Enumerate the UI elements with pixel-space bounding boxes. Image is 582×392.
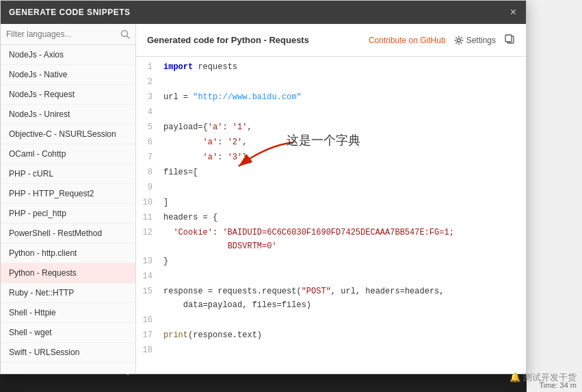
search-input[interactable] xyxy=(6,29,116,39)
string-url: "http://www.baidu.com" xyxy=(193,92,301,102)
line-num-10: 10 xyxy=(136,196,163,209)
code-line-7: 7 'a': '3'} xyxy=(136,150,526,165)
sidebar-item-powershell[interactable]: PowerShell - RestMethod xyxy=(1,224,135,244)
sidebar-item-php-pecl[interactable]: PHP - pecl_http xyxy=(1,204,135,224)
line-num-3: 3 xyxy=(136,90,163,104)
line-num-5: 5 xyxy=(136,120,163,134)
line-content-8: files=[ xyxy=(163,166,526,179)
modal-close-button[interactable]: × xyxy=(509,7,518,18)
code-panel-actions: Contribute on GitHub Settings xyxy=(369,34,515,47)
line-num-18: 18 xyxy=(136,343,163,357)
line-content-11: headers = { xyxy=(163,211,526,224)
line-content-5: payload={'a': '1', xyxy=(163,120,526,134)
line-content-3: url = "http://www.baidu.com" xyxy=(163,90,526,104)
code-line-12: 12 'Cookie': 'BAIDUID=6C6C6030F1690FD742… xyxy=(136,225,526,254)
line-num-7: 7 xyxy=(136,151,163,164)
sidebar-item-php-httprequest2[interactable]: PHP - HTTP_Request2 xyxy=(1,184,135,204)
svg-rect-4 xyxy=(505,35,512,42)
svg-point-2 xyxy=(457,38,460,42)
sidebar-item-objc[interactable]: Objective-C - NSURLSession xyxy=(1,125,135,144)
code-line-16: 16 xyxy=(136,313,526,328)
line-num-16: 16 xyxy=(136,313,163,327)
line-num-13: 13 xyxy=(136,254,163,268)
sidebar-item-nodejs-axios[interactable]: NodeJs - Axios xyxy=(1,45,135,65)
settings-label: Settings xyxy=(466,36,496,45)
keyword-import: import xyxy=(163,62,193,72)
code-line-6: 6 'a': '2', xyxy=(136,135,526,150)
str-a3-key: 'a' xyxy=(203,153,218,162)
code-line-18: 18 xyxy=(136,343,526,358)
sidebar-item-php-curl[interactable]: PHP - cURL xyxy=(1,164,135,184)
language-list: NodeJs - Axios NodeJs - Native NodeJs - … xyxy=(1,45,135,374)
line-num-11: 11 xyxy=(136,211,163,224)
right-strip: Time: 34 m xyxy=(527,0,582,392)
sidebar-item-nodejs-unirest[interactable]: NodeJs - Unirest xyxy=(1,105,135,125)
sidebar-item-python-requests[interactable]: Python - Requests xyxy=(1,263,135,283)
line-num-12: 12 xyxy=(136,226,163,239)
line-content-10: ] xyxy=(163,196,526,209)
watermark: 🔔 测试开发干货 xyxy=(510,371,577,384)
sidebar-item-python-http[interactable]: Python - http.client xyxy=(1,244,135,263)
sidebar-item-nodejs-native[interactable]: NodeJs - Native xyxy=(1,65,135,85)
search-icon xyxy=(120,29,130,39)
sidebar-item-nodejs-request[interactable]: NodeJs - Request xyxy=(1,85,135,105)
sidebar-item-shell-wget[interactable]: Shell - wget xyxy=(1,323,135,343)
sidebar-item-shell-httpie[interactable]: Shell - Httpie xyxy=(1,303,135,323)
fn-print: print xyxy=(163,330,188,340)
language-sidebar: NodeJs - Axios NodeJs - Native NodeJs - … xyxy=(1,24,136,374)
line-num-6: 6 xyxy=(136,135,163,149)
line-content-15: response = requests.request("POST", url,… xyxy=(163,285,526,312)
line-content-13: } xyxy=(163,254,526,268)
settings-button[interactable]: Settings xyxy=(454,36,496,45)
code-panel-header: Generated code for Python - Requests Con… xyxy=(136,24,526,57)
code-panel: Generated code for Python - Requests Con… xyxy=(136,24,526,374)
line-num-15: 15 xyxy=(136,285,163,298)
search-container xyxy=(1,24,135,45)
code-line-15: 15 response = requests.request("POST", u… xyxy=(136,284,526,313)
modal-body: NodeJs - Axios NodeJs - Native NodeJs - … xyxy=(1,24,526,374)
sidebar-item-ocaml[interactable]: OCaml - Cohttp xyxy=(1,144,135,164)
code-line-5: 5 payload={'a': '1', xyxy=(136,120,526,135)
str-a2-key: 'a' xyxy=(203,138,218,147)
line-num-9: 9 xyxy=(136,181,163,194)
copy-button[interactable] xyxy=(504,34,515,47)
code-line-10: 10 ] xyxy=(136,195,526,210)
line-content-6: 'a': '2', xyxy=(163,135,526,149)
modal-header: GENERATE CODE SNIPPETS × xyxy=(1,1,526,24)
line-num-8: 8 xyxy=(136,166,163,179)
modal-title: GENERATE CODE SNIPPETS xyxy=(9,8,130,17)
line-num-1: 1 xyxy=(136,60,163,74)
line-num-14: 14 xyxy=(136,270,163,283)
copy-icon xyxy=(504,34,515,44)
str-a1-val: '1' xyxy=(233,122,248,132)
svg-line-1 xyxy=(127,36,130,39)
line-num-4: 4 xyxy=(136,105,163,119)
code-line-4: 4 xyxy=(136,105,526,120)
code-line-11: 11 headers = { xyxy=(136,210,526,225)
sidebar-item-swift[interactable]: Swift - URLSession xyxy=(1,343,135,363)
code-line-17: 17 print(response.text) xyxy=(136,328,526,343)
code-line-13: 13 } xyxy=(136,254,526,269)
line-content-1: import requests xyxy=(163,60,526,74)
line-content-17: print(response.text) xyxy=(163,328,526,342)
watermark-icon: 🔔 xyxy=(510,372,520,382)
gear-icon xyxy=(454,36,464,45)
code-line-14: 14 xyxy=(136,269,526,284)
str-post: "POST" xyxy=(302,287,331,296)
str-a2-val: '2' xyxy=(228,138,243,147)
line-content-7: 'a': '3'} xyxy=(163,151,526,164)
sidebar-item-ruby[interactable]: Ruby - Net::HTTP xyxy=(1,283,135,303)
code-line-3: 3 url = "http://www.baidu.com" xyxy=(136,90,526,105)
contribute-link[interactable]: Contribute on GitHub xyxy=(369,36,446,45)
watermark-text: 测试开发干货 xyxy=(523,372,577,382)
code-area[interactable]: 1 import requests 2 3 url = "http://www.… xyxy=(136,57,526,374)
code-line-1: 1 import requests xyxy=(136,60,526,75)
line-num-2: 2 xyxy=(136,75,163,89)
str-a1-key: 'a' xyxy=(208,122,223,132)
modal: GENERATE CODE SNIPPETS × NodeJs - Axios … xyxy=(0,0,527,374)
code-line-9: 9 xyxy=(136,180,526,195)
line-content-12: 'Cookie': 'BAIDUID=6C6C6030F1690FD7425DE… xyxy=(163,226,526,253)
line-num-17: 17 xyxy=(136,328,163,342)
code-line-8: 8 files=[ xyxy=(136,165,526,180)
code-line-2: 2 xyxy=(136,75,526,90)
